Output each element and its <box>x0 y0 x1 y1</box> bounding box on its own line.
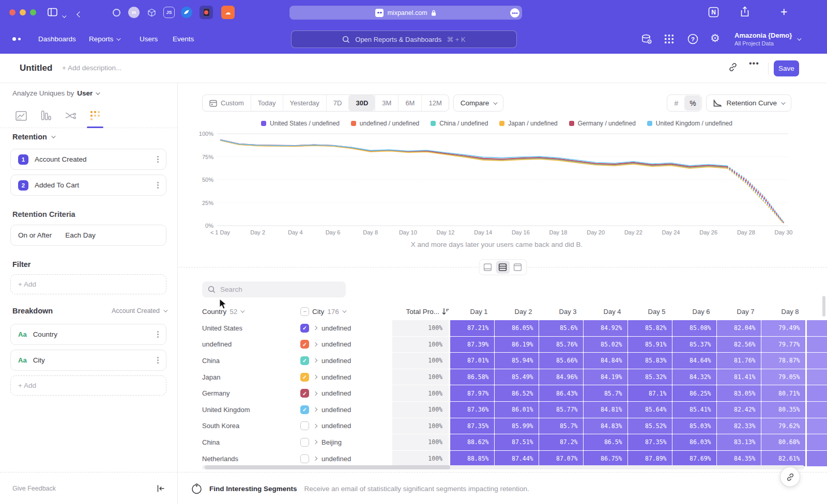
table-search-input[interactable]: Search <box>202 281 346 297</box>
day-column-header[interactable]: Day 7 <box>717 308 761 316</box>
project-switcher[interactable]: Amazonia {Demo} All Project Data <box>734 32 800 46</box>
breakdown-event-selector[interactable]: Account Created <box>112 307 166 314</box>
step-event-name[interactable]: Account Created <box>35 155 87 163</box>
cell-country[interactable]: United States <box>202 324 300 332</box>
city-value[interactable]: undefined <box>321 357 351 365</box>
cell-retention-value[interactable]: 86.03% <box>672 434 716 450</box>
apps-grid-icon[interactable] <box>664 34 674 44</box>
kebab-menu-icon[interactable] <box>157 357 159 364</box>
cell-retention-value[interactable]: 87.07% <box>539 451 583 467</box>
cell-country[interactable]: undefined <box>202 340 300 348</box>
column-total[interactable]: Total Pro... <box>392 308 449 316</box>
cell-retention-value[interactable]: 85.52% <box>628 418 672 434</box>
tab-funnels[interactable] <box>38 108 54 123</box>
share-icon[interactable] <box>740 6 749 18</box>
cell-retention-value[interactable]: 87.89% <box>628 451 672 467</box>
city-value[interactable]: undefined <box>321 324 351 332</box>
close-window-button[interactable] <box>9 9 16 15</box>
city-value[interactable]: Beijing <box>321 438 342 446</box>
chevron-down-icon[interactable] <box>62 11 65 20</box>
step-card-1[interactable]: 1 Account Created <box>10 149 166 170</box>
notion-icon[interactable]: N <box>708 7 719 18</box>
criteria-on-or-after[interactable]: On or After <box>18 231 52 239</box>
row-checkbox[interactable] <box>300 438 309 447</box>
ring-extension-icon[interactable] <box>111 7 122 18</box>
settings-gear-icon[interactable]: ⚙ <box>710 32 720 44</box>
layout-chart-icon[interactable] <box>481 261 495 274</box>
expand-chevron-icon[interactable] <box>313 440 317 444</box>
day-column-header[interactable]: Day 5 <box>628 308 672 316</box>
cell-retention-value[interactable]: 85.08% <box>672 320 716 336</box>
breakdown-property[interactable]: City <box>33 356 45 364</box>
cell-retention-value[interactable]: 84.83% <box>584 418 627 434</box>
kebab-menu-icon[interactable] <box>157 156 159 163</box>
expand-chevron-icon[interactable] <box>313 358 317 363</box>
city-value[interactable]: undefined <box>321 422 351 430</box>
global-search[interactable]: Open Reports & Dashboards ⌘ + K <box>291 30 517 48</box>
criteria-card[interactable]: On or After Each Day <box>10 225 166 246</box>
day-column-header[interactable]: Day 3 <box>539 308 583 316</box>
cell-retention-value[interactable]: 85.82% <box>628 320 672 336</box>
cell-retention-value[interactable]: 88.62% <box>450 434 494 450</box>
layout-table-icon[interactable] <box>511 261 525 274</box>
cell-retention-value[interactable]: 81.41% <box>717 369 761 385</box>
cell-retention-value[interactable]: 87.2% <box>539 434 583 450</box>
expand-chevron-icon[interactable] <box>313 342 317 346</box>
cell-retention-value[interactable]: 85.91% <box>628 337 672 353</box>
report-title[interactable]: Untitled <box>20 63 52 73</box>
column-country[interactable]: Country 52 <box>202 308 300 316</box>
cell-retention-value[interactable]: 85.99% <box>495 418 539 434</box>
cell-retention-value[interactable]: 82.61% <box>761 451 805 467</box>
tab-retention[interactable] <box>88 108 103 123</box>
more-options-icon[interactable]: ••• <box>749 59 759 68</box>
cell-retention-value[interactable]: 84.84% <box>584 353 627 369</box>
sidebar-icon[interactable] <box>48 8 57 17</box>
description-placeholder[interactable]: + Add description... <box>62 64 121 72</box>
column-city[interactable]: − City 176 <box>300 307 392 316</box>
cell-retention-value[interactable]: 85.7% <box>539 418 583 434</box>
cell-retention-value[interactable]: 80.71% <box>761 385 805 401</box>
nav-users[interactable]: Users <box>140 35 158 43</box>
step-card-2[interactable]: 2 Added To Cart <box>10 175 166 196</box>
expand-chevron-icon[interactable] <box>313 407 317 412</box>
cell-retention-value[interactable]: 86.19% <box>495 337 539 353</box>
breakdown-property[interactable]: Country <box>33 330 57 338</box>
cell-country[interactable]: United Kingdom <box>202 406 300 414</box>
nav-events[interactable]: Events <box>173 35 194 43</box>
cell-country[interactable]: South Korea <box>202 422 300 430</box>
kebab-menu-icon[interactable] <box>157 331 159 338</box>
retention-section-label[interactable]: Retention <box>12 133 47 141</box>
cell-retention-value[interactable]: 85.41% <box>672 402 716 418</box>
address-more-icon[interactable]: ••• <box>510 8 519 18</box>
cell-retention-value[interactable]: 84.35% <box>717 451 761 467</box>
cell-retention-value[interactable]: 80.35% <box>761 402 805 418</box>
cell-retention-value[interactable]: 86.5% <box>584 434 627 450</box>
cell-retention-value[interactable]: 87.44% <box>495 451 539 467</box>
cell-retention-value[interactable]: 82.33% <box>717 418 761 434</box>
filter-add-button[interactable]: + Add <box>10 274 166 294</box>
cell-retention-value[interactable]: 87.39% <box>450 337 494 353</box>
cell-retention-value[interactable]: 84.19% <box>584 369 627 385</box>
cell-retention-value[interactable]: 81.76% <box>717 353 761 369</box>
cell-retention-value[interactable]: 82.04% <box>717 320 761 336</box>
cell-retention-value[interactable]: 87.35% <box>450 418 494 434</box>
cell-retention-value[interactable]: 85.37% <box>672 337 716 353</box>
cell-retention-value[interactable]: 88.85% <box>450 451 494 467</box>
day-column-header[interactable]: Day 1 <box>450 308 494 316</box>
cell-retention-value[interactable]: 86.52% <box>495 385 539 401</box>
cell-retention-value[interactable]: 78.87% <box>761 353 805 369</box>
cell-retention-value[interactable]: 87.21% <box>450 320 494 336</box>
day-column-header[interactable]: Day 6 <box>672 308 716 316</box>
js-extension-icon[interactable]: JS <box>163 7 175 18</box>
cell-retention-value[interactable]: 87.51% <box>495 434 539 450</box>
cell-retention-value[interactable]: 86.58% <box>450 369 494 385</box>
row-checkbox-checked[interactable]: ✓ <box>300 324 309 333</box>
cell-retention-value[interactable]: 87.69% <box>672 451 716 467</box>
cell-retention-value[interactable]: 85.64% <box>628 402 672 418</box>
kebab-menu-icon[interactable] <box>157 182 159 188</box>
criteria-each-day[interactable]: Each Day <box>65 231 96 239</box>
share-link-floating-button[interactable] <box>780 467 800 486</box>
vertical-scrollbar-thumb[interactable] <box>822 296 825 317</box>
city-value[interactable]: undefined <box>321 406 351 414</box>
cell-retention-value[interactable]: 86.75% <box>584 451 627 467</box>
